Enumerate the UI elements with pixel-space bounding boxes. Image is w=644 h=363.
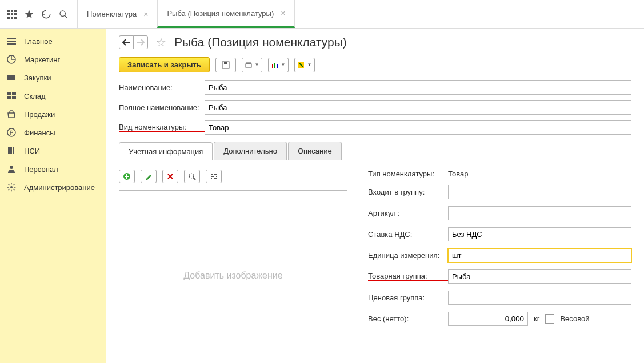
name-input[interactable] (205, 80, 631, 95)
sidebar-item-nsi[interactable]: НСИ (0, 142, 106, 160)
prop-row-type: Тип номенклатуры: Товар (368, 170, 631, 178)
svg-rect-25 (10, 147, 12, 154)
search-icon[interactable] (55, 6, 72, 23)
report-button[interactable]: ▼ (268, 58, 289, 72)
svg-point-37 (189, 174, 194, 178)
tab-nomenclature[interactable]: Номенклатура × (77, 0, 158, 28)
svg-line-38 (193, 178, 195, 180)
subtab-additional[interactable]: Дополнительно (214, 142, 287, 160)
svg-rect-33 (272, 64, 273, 68)
close-icon[interactable]: × (143, 10, 148, 19)
vat-input[interactable] (448, 227, 631, 241)
sidebar-item-label: Главное (24, 37, 53, 46)
prop-row-weight: Вес (нетто): кг Весовой (368, 312, 631, 326)
subtab-description[interactable]: Описание (288, 142, 342, 160)
weight-checkbox[interactable] (545, 314, 554, 324)
ruble-icon: ₽ (7, 128, 18, 137)
svg-point-28 (10, 186, 13, 188)
settings-button[interactable] (206, 170, 222, 183)
svg-rect-12 (7, 41, 16, 42)
unit-input[interactable] (448, 248, 631, 263)
svg-rect-2 (14, 10, 17, 12)
svg-point-27 (10, 166, 13, 169)
mini-toolbar (119, 170, 357, 183)
svg-rect-15 (7, 75, 10, 80)
name-label: Наименование: (119, 83, 205, 92)
zoom-button[interactable] (184, 170, 200, 183)
back-button[interactable] (119, 35, 134, 49)
article-label: Артикул : (368, 209, 448, 217)
favorite-star-icon[interactable]: ☆ (156, 35, 166, 49)
sidebar-item-admin[interactable]: Администрирование (0, 178, 106, 196)
prop-row-unit: Единица измерения: (368, 248, 631, 263)
svg-rect-26 (13, 147, 14, 154)
svg-rect-21 (12, 96, 16, 99)
add-button[interactable] (119, 170, 135, 183)
sidebar-item-sales[interactable]: Продажи (0, 105, 106, 123)
vat-label: Ставка НДС: (368, 230, 448, 239)
sidebar-item-warehouse[interactable]: Склад (0, 87, 106, 105)
sidebar-item-finance[interactable]: ₽ Финансы (0, 123, 106, 142)
weight-unit: кг (534, 314, 539, 323)
tab-label: Рыба (Позиция номенклатуры) (167, 9, 274, 18)
prodgroup-input[interactable] (448, 269, 631, 284)
svg-rect-5 (14, 13, 17, 15)
sidebar-item-label: НСИ (24, 147, 40, 155)
delete-button[interactable] (162, 170, 178, 183)
svg-rect-7 (11, 17, 13, 19)
svg-rect-0 (7, 10, 10, 12)
pricegroup-input[interactable] (448, 291, 631, 305)
history-icon[interactable] (38, 6, 55, 23)
subtab-accounting[interactable]: Учетная информация (119, 142, 213, 160)
svg-rect-8 (14, 17, 17, 19)
sidebar-item-purchases[interactable]: Закупки (0, 68, 106, 87)
books-icon (7, 146, 18, 155)
sidebar-item-personnel[interactable]: Персонал (0, 160, 106, 178)
kind-input[interactable] (205, 120, 631, 135)
form-row-kind: Вид номенклатуры: (119, 120, 631, 135)
edit-button[interactable] (141, 170, 157, 183)
action-button[interactable]: ▼ (294, 58, 315, 72)
svg-rect-19 (12, 92, 16, 95)
form-row-fullname: Полное наименование: (119, 100, 631, 115)
content: ☆ Рыба (Позиция номенклатуры) Записать и… (106, 29, 644, 363)
group-label: Входит в группу: (368, 188, 448, 196)
svg-rect-1 (11, 10, 13, 12)
fullname-input[interactable] (205, 100, 631, 115)
sidebar-item-marketing[interactable]: Маркетинг (0, 50, 106, 68)
article-input[interactable] (448, 206, 631, 220)
type-value: Товар (448, 170, 631, 178)
svg-rect-35 (277, 64, 278, 68)
gear-icon (7, 183, 18, 192)
left-panel: Добавить изображение (119, 170, 357, 361)
right-panel: Тип номенклатуры: Товар Входит в группу:… (357, 170, 631, 361)
sidebar: Главное Маркетинг Закупки Склад Продажи … (0, 29, 106, 363)
sidebar-item-main[interactable]: Главное (0, 32, 106, 50)
svg-rect-6 (7, 17, 10, 19)
tab-label: Номенклатура (87, 10, 137, 18)
prop-row-prodgroup: Товарная группа: (368, 269, 631, 284)
image-placeholder[interactable]: Добавить изображение (119, 190, 347, 361)
prop-row-article: Артикул : (368, 206, 631, 220)
weight-input[interactable] (448, 312, 528, 326)
star-icon[interactable] (21, 6, 38, 23)
apps-icon[interactable] (3, 6, 21, 23)
svg-rect-20 (7, 96, 11, 99)
prop-row-group: Входит в группу: (368, 185, 631, 199)
svg-point-9 (60, 11, 65, 16)
save-button[interactable] (215, 58, 236, 72)
svg-rect-24 (8, 147, 10, 154)
basket-icon (7, 110, 18, 119)
print-button[interactable]: ▼ (242, 58, 262, 72)
close-icon[interactable]: × (281, 9, 285, 18)
save-close-button[interactable]: Записать и закрыть (119, 57, 210, 72)
group-input[interactable] (448, 185, 631, 199)
tab-fish[interactable]: Рыба (Позиция номенклатуры) × (157, 0, 295, 28)
prop-row-pricegroup: Ценовая группа: (368, 291, 631, 305)
action-bar: Записать и закрыть ▼ ▼ ▼ (119, 57, 631, 72)
svg-rect-32 (247, 62, 250, 64)
main: Главное Маркетинг Закупки Склад Продажи … (0, 29, 644, 363)
subtabs: Учетная информация Дополнительно Описани… (119, 142, 631, 160)
top-tabs: Номенклатура × Рыба (Позиция номенклатур… (78, 0, 295, 28)
forward-button[interactable] (133, 35, 148, 49)
